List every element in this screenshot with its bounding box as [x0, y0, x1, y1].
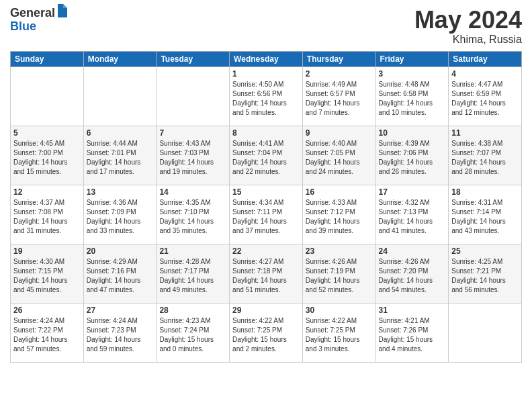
day-number: 5 [13, 128, 81, 138]
day-number: 9 [306, 128, 373, 138]
day-info: Sunrise: 4:30 AM Sunset: 7:15 PM Dayligh… [13, 257, 81, 295]
day-info: Sunrise: 4:37 AM Sunset: 7:08 PM Dayligh… [13, 198, 81, 236]
logo-icon [56, 4, 69, 19]
day-number: 10 [379, 128, 446, 138]
day-info: Sunrise: 4:44 AM Sunset: 7:01 PM Dayligh… [87, 139, 154, 177]
day-info: Sunrise: 4:29 AM Sunset: 7:16 PM Dayligh… [87, 257, 154, 295]
day-cell: 17Sunrise: 4:32 AM Sunset: 7:13 PM Dayli… [375, 185, 449, 244]
day-number: 16 [306, 187, 373, 197]
day-cell: 25Sunrise: 4:25 AM Sunset: 7:21 PM Dayli… [449, 244, 522, 303]
day-number: 17 [379, 187, 446, 197]
day-cell: 21Sunrise: 4:28 AM Sunset: 7:17 PM Dayli… [157, 244, 230, 303]
day-cell: 7Sunrise: 4:43 AM Sunset: 7:03 PM Daylig… [157, 126, 230, 185]
day-info: Sunrise: 4:41 AM Sunset: 7:04 PM Dayligh… [232, 139, 300, 177]
day-cell: 13Sunrise: 4:36 AM Sunset: 7:09 PM Dayli… [83, 185, 157, 244]
day-info: Sunrise: 4:31 AM Sunset: 7:14 PM Dayligh… [451, 198, 519, 236]
day-info: Sunrise: 4:25 AM Sunset: 7:21 PM Dayligh… [451, 257, 519, 295]
header-saturday: Saturday [449, 51, 522, 66]
day-number: 27 [87, 306, 154, 315]
day-number: 29 [232, 306, 300, 315]
day-info: Sunrise: 4:21 AM Sunset: 7:26 PM Dayligh… [379, 316, 446, 354]
day-cell: 22Sunrise: 4:27 AM Sunset: 7:18 PM Dayli… [230, 244, 303, 303]
day-cell: 27Sunrise: 4:24 AM Sunset: 7:23 PM Dayli… [83, 303, 157, 362]
title-area: May 2024 Khima, Russia [414, 7, 522, 46]
day-cell: 8Sunrise: 4:41 AM Sunset: 7:04 PM Daylig… [230, 126, 303, 185]
day-info: Sunrise: 4:48 AM Sunset: 6:58 PM Dayligh… [379, 80, 446, 118]
day-info: Sunrise: 4:36 AM Sunset: 7:09 PM Dayligh… [87, 198, 154, 236]
day-cell: 23Sunrise: 4:26 AM Sunset: 7:19 PM Dayli… [302, 244, 375, 303]
day-number: 15 [232, 187, 300, 197]
day-info: Sunrise: 4:24 AM Sunset: 7:23 PM Dayligh… [87, 316, 154, 354]
day-info: Sunrise: 4:33 AM Sunset: 7:12 PM Dayligh… [306, 198, 373, 236]
header-wednesday: Wednesday [230, 51, 303, 66]
week-row-4: 26Sunrise: 4:24 AM Sunset: 7:22 PM Dayli… [11, 303, 522, 362]
day-number: 20 [87, 246, 154, 256]
day-cell: 30Sunrise: 4:22 AM Sunset: 7:25 PM Dayli… [302, 303, 375, 362]
day-info: Sunrise: 4:43 AM Sunset: 7:03 PM Dayligh… [159, 139, 226, 177]
day-cell [449, 303, 522, 362]
day-info: Sunrise: 4:49 AM Sunset: 6:57 PM Dayligh… [306, 80, 373, 118]
day-number: 13 [87, 187, 154, 197]
day-info: Sunrise: 4:22 AM Sunset: 7:25 PM Dayligh… [232, 316, 300, 354]
header-monday: Monday [83, 51, 157, 66]
day-info: Sunrise: 4:28 AM Sunset: 7:17 PM Dayligh… [159, 257, 226, 295]
day-info: Sunrise: 4:26 AM Sunset: 7:20 PM Dayligh… [379, 257, 446, 295]
day-cell: 28Sunrise: 4:23 AM Sunset: 7:24 PM Dayli… [157, 303, 230, 362]
location: Khima, Russia [414, 34, 522, 46]
day-info: Sunrise: 4:50 AM Sunset: 6:56 PM Dayligh… [232, 80, 300, 118]
day-info: Sunrise: 4:22 AM Sunset: 7:25 PM Dayligh… [306, 316, 373, 354]
day-cell: 6Sunrise: 4:44 AM Sunset: 7:01 PM Daylig… [83, 126, 157, 185]
day-number: 21 [159, 246, 226, 256]
logo-blue: Blue [10, 20, 69, 34]
weekday-header-row: Sunday Monday Tuesday Wednesday Thursday… [11, 51, 522, 66]
day-number: 7 [159, 128, 226, 138]
week-row-0: 1Sunrise: 4:50 AM Sunset: 6:56 PM Daylig… [11, 66, 522, 126]
header: General Blue May 2024 Khima, Russia [10, 7, 522, 46]
day-cell: 12Sunrise: 4:37 AM Sunset: 7:08 PM Dayli… [11, 185, 84, 244]
day-info: Sunrise: 4:26 AM Sunset: 7:19 PM Dayligh… [306, 257, 373, 295]
header-sunday: Sunday [11, 51, 84, 66]
calendar: Sunday Monday Tuesday Wednesday Thursday… [10, 51, 522, 363]
day-number: 3 [379, 69, 446, 79]
day-cell: 3Sunrise: 4:48 AM Sunset: 6:58 PM Daylig… [375, 66, 449, 126]
day-cell: 24Sunrise: 4:26 AM Sunset: 7:20 PM Dayli… [375, 244, 449, 303]
day-number: 4 [451, 69, 519, 79]
day-cell: 16Sunrise: 4:33 AM Sunset: 7:12 PM Dayli… [302, 185, 375, 244]
day-info: Sunrise: 4:40 AM Sunset: 7:05 PM Dayligh… [306, 139, 373, 177]
day-cell: 5Sunrise: 4:45 AM Sunset: 7:00 PM Daylig… [11, 126, 84, 185]
day-info: Sunrise: 4:38 AM Sunset: 7:07 PM Dayligh… [451, 139, 519, 177]
day-cell: 1Sunrise: 4:50 AM Sunset: 6:56 PM Daylig… [230, 66, 303, 126]
day-cell: 31Sunrise: 4:21 AM Sunset: 7:26 PM Dayli… [375, 303, 449, 362]
day-number: 14 [159, 187, 226, 197]
day-cell [83, 66, 157, 126]
day-cell: 10Sunrise: 4:39 AM Sunset: 7:06 PM Dayli… [375, 126, 449, 185]
day-number: 24 [379, 246, 446, 256]
day-cell: 26Sunrise: 4:24 AM Sunset: 7:22 PM Dayli… [11, 303, 84, 362]
day-number: 2 [306, 69, 373, 79]
logo-text: General Blue [10, 7, 69, 34]
day-number: 26 [13, 306, 81, 315]
week-row-3: 19Sunrise: 4:30 AM Sunset: 7:15 PM Dayli… [11, 244, 522, 303]
month-title: May 2024 [414, 7, 522, 34]
day-cell [11, 66, 84, 126]
day-number: 1 [232, 69, 300, 79]
logo: General Blue [10, 7, 69, 34]
day-cell: 4Sunrise: 4:47 AM Sunset: 6:59 PM Daylig… [449, 66, 522, 126]
day-number: 31 [379, 306, 446, 315]
day-cell: 14Sunrise: 4:35 AM Sunset: 7:10 PM Dayli… [157, 185, 230, 244]
day-info: Sunrise: 4:32 AM Sunset: 7:13 PM Dayligh… [379, 198, 446, 236]
day-number: 12 [13, 187, 81, 197]
day-number: 23 [306, 246, 373, 256]
day-cell: 9Sunrise: 4:40 AM Sunset: 7:05 PM Daylig… [302, 126, 375, 185]
day-cell: 19Sunrise: 4:30 AM Sunset: 7:15 PM Dayli… [11, 244, 84, 303]
day-number: 28 [159, 306, 226, 315]
day-cell: 20Sunrise: 4:29 AM Sunset: 7:16 PM Dayli… [83, 244, 157, 303]
svg-marker-0 [58, 4, 67, 17]
day-info: Sunrise: 4:24 AM Sunset: 7:22 PM Dayligh… [13, 316, 81, 354]
day-number: 18 [451, 187, 519, 197]
day-info: Sunrise: 4:23 AM Sunset: 7:24 PM Dayligh… [159, 316, 226, 354]
svg-marker-1 [63, 4, 67, 8]
week-row-1: 5Sunrise: 4:45 AM Sunset: 7:00 PM Daylig… [11, 126, 522, 185]
week-row-2: 12Sunrise: 4:37 AM Sunset: 7:08 PM Dayli… [11, 185, 522, 244]
header-friday: Friday [375, 51, 449, 66]
